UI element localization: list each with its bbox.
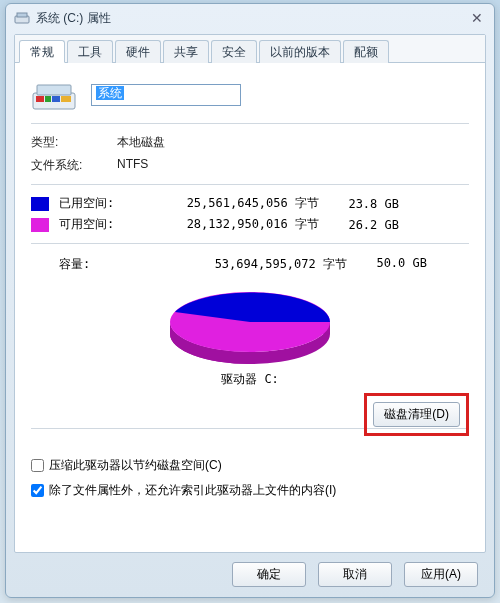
cancel-button[interactable]: 取消 — [318, 562, 392, 587]
free-swatch — [31, 218, 49, 232]
tab-hardware[interactable]: 硬件 — [115, 40, 161, 63]
drive-name-input[interactable]: 系统 — [91, 84, 241, 106]
used-gb: 23.8 GB — [319, 197, 399, 211]
svg-rect-7 — [61, 96, 71, 102]
client-area: 常规 工具 硬件 共享 安全 以前的版本 配额 — [14, 34, 486, 553]
fs-value: NTFS — [117, 157, 148, 174]
index-checkbox[interactable] — [31, 484, 44, 497]
drive-icon-small — [14, 10, 30, 26]
titlebar[interactable]: 系统 (C:) 属性 ✕ — [6, 4, 494, 32]
tab-previous-versions[interactable]: 以前的版本 — [259, 40, 341, 63]
used-swatch — [31, 197, 49, 211]
free-gb: 26.2 GB — [319, 218, 399, 232]
index-checkbox-row[interactable]: 除了文件属性外，还允许索引此驱动器上文件的内容(I) — [31, 482, 469, 499]
tab-general[interactable]: 常规 — [19, 40, 65, 63]
ok-button[interactable]: 确定 — [232, 562, 306, 587]
properties-window: 系统 (C:) 属性 ✕ 常规 工具 硬件 共享 安全 以前的版本 配额 — [5, 3, 495, 598]
capacity-label: 容量: — [59, 256, 177, 273]
type-value: 本地磁盘 — [117, 134, 165, 151]
drive-caption: 驱动器 C: — [31, 371, 469, 388]
dialog-footer: 确定 取消 应用(A) — [6, 557, 494, 591]
window-title: 系统 (C:) 属性 — [36, 10, 111, 27]
tab-quota[interactable]: 配额 — [343, 40, 389, 63]
compress-label: 压缩此驱动器以节约磁盘空间(C) — [49, 457, 222, 474]
tab-security[interactable]: 安全 — [211, 40, 257, 63]
disk-cleanup-button[interactable]: 磁盘清理(D) — [373, 402, 460, 427]
general-panel: 系统 类型: 本地磁盘 文件系统: NTFS 已用空间: 25,561,645,… — [15, 63, 485, 515]
compress-checkbox[interactable] — [31, 459, 44, 472]
fs-label: 文件系统: — [31, 157, 117, 174]
compress-checkbox-row[interactable]: 压缩此驱动器以节约磁盘空间(C) — [31, 457, 469, 474]
separator — [31, 243, 469, 244]
svg-rect-3 — [37, 85, 71, 95]
drive-icon — [31, 77, 77, 113]
tabstrip: 常规 工具 硬件 共享 安全 以前的版本 配额 — [15, 35, 485, 63]
used-label: 已用空间: — [59, 195, 149, 212]
used-bytes: 25,561,645,056 字节 — [149, 195, 319, 212]
apply-button[interactable]: 应用(A) — [404, 562, 478, 587]
separator — [31, 184, 469, 185]
free-bytes: 28,132,950,016 字节 — [149, 216, 319, 233]
free-label: 可用空间: — [59, 216, 149, 233]
capacity-gb: 50.0 GB — [347, 256, 427, 273]
pie-chart: 驱动器 C: — [31, 279, 469, 388]
svg-rect-1 — [17, 13, 27, 17]
index-label: 除了文件属性外，还允许索引此驱动器上文件的内容(I) — [49, 482, 336, 499]
tab-tools[interactable]: 工具 — [67, 40, 113, 63]
drive-name-value: 系统 — [96, 86, 124, 100]
separator — [31, 123, 469, 124]
close-icon[interactable]: ✕ — [468, 9, 486, 27]
svg-rect-5 — [45, 96, 51, 102]
capacity-bytes: 53,694,595,072 字节 — [177, 256, 347, 273]
cleanup-highlight: 磁盘清理(D) — [364, 393, 469, 436]
tab-sharing[interactable]: 共享 — [163, 40, 209, 63]
svg-rect-6 — [52, 96, 60, 102]
type-label: 类型: — [31, 134, 117, 151]
svg-rect-4 — [36, 96, 44, 102]
